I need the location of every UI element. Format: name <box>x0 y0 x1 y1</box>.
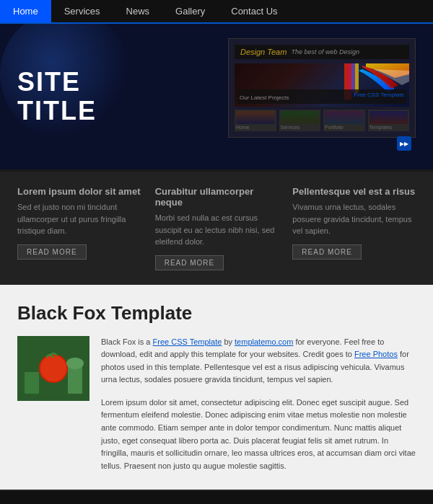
main-nav: Home Services News Gallery Contact Us <box>0 0 433 24</box>
content-body: Black Fox is a Free CSS Template by temp… <box>17 336 416 473</box>
svg-point-5 <box>66 358 84 369</box>
play-button[interactable]: ▶ <box>397 136 411 151</box>
thumb-4: Templates <box>368 110 410 131</box>
thumb-label-2: Services <box>281 125 320 130</box>
design-card-graphic: Our Latest Projects Free CSS Template <box>235 63 409 107</box>
design-card-container: Design Team The best of web Design <box>228 38 416 138</box>
feature-2: Curabitur ullamcorper neque Morbi sed nu… <box>155 186 279 270</box>
content-image <box>17 336 89 401</box>
hero-section: SITE TITLE Design Team The best of web D… <box>0 24 433 169</box>
free-css-link[interactable]: Free CSS Template <box>153 337 222 346</box>
feature-3-readmore[interactable]: READ MORE <box>292 244 362 260</box>
footer-top-section: About Us Nullam ultrices tempor nisi, ac… <box>0 490 433 504</box>
design-card-title: Design Team <box>240 48 287 56</box>
feature-2-title: Curabitur ullamcorper neque <box>155 186 279 208</box>
projects-text: Our Latest Projects <box>240 94 289 101</box>
feature-1-title: Lorem ipsum dolor sit amet <box>17 186 141 197</box>
main-content-section: Black Fox Template Black Fox is a Free <box>0 285 433 490</box>
feature-1: Lorem ipsum dolor sit amet Sed et justo … <box>17 186 141 270</box>
feature-1-text: Sed et justo non mi tincidunt ullamcorpe… <box>17 201 141 237</box>
thumb-2: Services <box>279 110 321 131</box>
feature-1-readmore[interactable]: READ MORE <box>17 244 87 260</box>
thumb-img-2 <box>281 111 320 124</box>
design-card-thumbnails: Home Services Portfolio Templates <box>235 110 409 131</box>
design-card-subtitle: The best of web Design <box>291 48 359 56</box>
design-projects-label: Our Latest Projects Free CSS Template <box>237 89 406 104</box>
nav-gallery[interactable]: Gallery <box>162 0 218 22</box>
play-icon: ▶ <box>400 141 404 147</box>
free-photos-link[interactable]: Free Photos <box>354 350 398 358</box>
nav-services[interactable]: Services <box>51 0 113 22</box>
free-template-badge: Free CSS Template <box>354 92 404 98</box>
feature-2-text: Morbi sed nulla ac est cursus suscipit e… <box>155 212 279 248</box>
svg-rect-3 <box>25 372 39 394</box>
hero-title-line1: SITE <box>17 68 97 97</box>
thumb-img-3 <box>325 111 364 124</box>
svg-point-2 <box>40 355 66 381</box>
hero-title-block: SITE TITLE <box>17 68 97 125</box>
feature-3: Pellentesque vel est a risus Vivamus urn… <box>292 186 416 270</box>
feature-2-readmore[interactable]: READ MORE <box>155 255 224 270</box>
design-card-header: Design Team The best of web Design <box>235 45 409 59</box>
content-image-svg <box>17 336 89 401</box>
thumb-label-3: Portfolio <box>325 125 364 130</box>
content-paragraph-2: Lorem ipsum dolor sit amet, consectetur … <box>101 397 416 473</box>
features-section: Lorem ipsum dolor sit amet Sed et justo … <box>0 169 433 285</box>
nav-home[interactable]: Home <box>0 0 51 22</box>
feature-3-text: Vivamus urna lectus, sodales posuere gra… <box>292 201 416 237</box>
thumb-img-4 <box>369 111 408 124</box>
feature-3-title: Pellentesque vel est a risus <box>292 186 416 197</box>
content-text: Black Fox is a Free CSS Template by temp… <box>101 336 416 473</box>
thumb-img-1 <box>236 111 275 124</box>
templatemo-link[interactable]: templatemo.com <box>235 337 293 346</box>
content-image-placeholder <box>17 336 89 401</box>
thumb-label-4: Templates <box>369 125 408 130</box>
thumb-1: Home <box>235 110 276 131</box>
main-title: Black Fox Template <box>17 302 416 324</box>
nav-contact[interactable]: Contact Us <box>218 0 290 22</box>
hero-title-line2: TITLE <box>17 97 97 125</box>
thumb-label-1: Home <box>236 125 275 130</box>
content-paragraph-1: Black Fox is a Free CSS Template by temp… <box>101 336 416 386</box>
thumb-3: Portfolio <box>323 110 365 131</box>
nav-news[interactable]: News <box>113 0 163 22</box>
hero-design-card: Design Team The best of web Design <box>228 38 416 155</box>
